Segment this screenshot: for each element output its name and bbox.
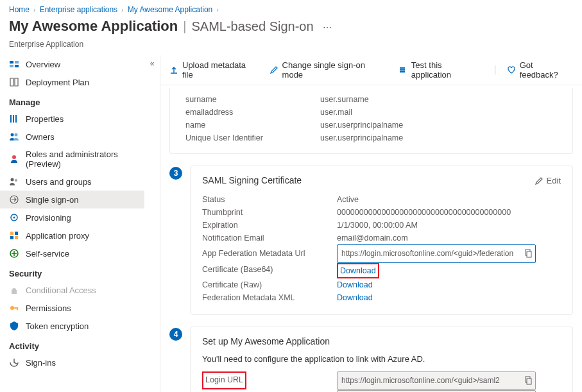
sidebar-item-properties[interactable]: Properties: [0, 110, 144, 128]
test-application-button[interactable]: Test this application: [398, 60, 483, 80]
claims-card-partial: surnameuser.surname emailaddressuser.mai…: [169, 88, 573, 154]
feedback-button[interactable]: Got feedback?: [507, 60, 573, 80]
field-value: https://login.microsoftonline.com/<guid>…: [341, 376, 500, 385]
claim-value: user.surname: [320, 93, 557, 106]
upload-icon: [169, 65, 178, 74]
field-label: Certificate (Base64): [202, 263, 337, 278]
test-icon: [398, 65, 407, 74]
login-url-field[interactable]: https://login.microsoftonline.com/<guid>…: [337, 371, 536, 390]
copy-icon[interactable]: [524, 249, 533, 258]
sidebar-item-token-encryption[interactable]: Token encryption: [0, 317, 144, 335]
page-category: Enterprise Application: [0, 40, 582, 55]
download-federation-xml-link[interactable]: Download: [337, 293, 373, 302]
download-cert-raw-link[interactable]: Download: [337, 280, 373, 289]
saml-signing-certificate-card: SAML Signing Certificate Edit StatusActi…: [190, 166, 573, 315]
more-icon[interactable]: ⋯: [319, 22, 332, 33]
svg-rect-1: [15, 61, 19, 64]
claim-value: user.userprincipalname: [320, 132, 557, 144]
sidebar-item-single-sign-on[interactable]: Single sign-on: [0, 191, 144, 209]
edit-button[interactable]: Edit: [535, 176, 561, 185]
card-help-text: You'll need to configure the application…: [202, 354, 561, 364]
step-number-3: 3: [169, 167, 182, 180]
download-cert-base64-link[interactable]: Download: [340, 266, 376, 275]
sidebar-item-label: Overview: [26, 60, 60, 69]
field-value: https://login.microsoftonline.com/<guid>…: [341, 249, 513, 258]
sidebar-item-label: Deployment Plan: [26, 78, 89, 87]
svg-rect-0: [10, 61, 13, 64]
svg-rect-5: [13, 115, 14, 123]
roles-icon: [9, 154, 19, 164]
svg-rect-20: [12, 290, 17, 294]
sidebar-item-label: Conditional Access: [26, 285, 96, 295]
card-title: Set up My Awesome Application: [202, 336, 330, 346]
sidebar-section-activity: Activity: [0, 335, 144, 354]
sidebar-item-provisioning[interactable]: Provisioning: [0, 209, 144, 226]
svg-rect-6: [15, 115, 17, 123]
svg-rect-16: [15, 232, 18, 235]
metadata-url-field[interactable]: https://login.microsoftonline.com/<guid>…: [337, 244, 536, 263]
sidebar-item-label: Self-service: [26, 249, 69, 259]
svg-rect-24: [400, 67, 405, 69]
claim-key: name: [185, 119, 320, 132]
copy-icon[interactable]: [524, 376, 533, 385]
owners-icon: [9, 132, 19, 142]
sidebar-item-sign-ins[interactable]: Sign-ins: [0, 354, 144, 371]
claim-value: user.userprincipalname: [320, 119, 557, 132]
toolbar-label: Got feedback?: [520, 60, 573, 80]
field-label: Thumbprint: [202, 206, 337, 219]
azure-ad-identifier-field[interactable]: https://sts.windows.net/<guid>/: [337, 390, 536, 392]
sidebar-item-conditional-access[interactable]: Conditional Access: [0, 281, 144, 299]
field-label: Status: [202, 193, 337, 206]
sidebar-item-overview[interactable]: Overview: [0, 55, 144, 73]
token-encryption-icon: [9, 321, 19, 331]
sidebar-item-label: Roles and administrators (Preview): [26, 149, 138, 169]
field-value: email@domain.com: [337, 232, 561, 244]
sidebar-item-label: Users and groups: [26, 177, 92, 187]
collapse-sidebar-button[interactable]: «: [144, 55, 160, 392]
breadcrumb-app[interactable]: My Awesome Application: [128, 5, 213, 14]
change-sso-mode-button[interactable]: Change single sign-on mode: [270, 60, 387, 80]
svg-point-8: [15, 133, 18, 137]
sidebar: Overview Deployment Plan Manage Properti…: [0, 55, 144, 392]
chevron-right-icon: ›: [216, 6, 219, 13]
sidebar-item-app-proxy[interactable]: Application proxy: [0, 226, 144, 244]
overview-icon: [9, 59, 19, 69]
heart-icon: [507, 65, 516, 74]
sign-ins-icon: [9, 357, 19, 368]
svg-point-11: [15, 179, 17, 182]
sidebar-item-label: Provisioning: [26, 213, 71, 223]
field-label: Federation Metadata XML: [202, 291, 337, 304]
field-label: Expiration: [202, 219, 337, 232]
sidebar-section-manage: Manage: [0, 91, 144, 110]
svg-point-14: [13, 217, 15, 219]
svg-rect-15: [10, 232, 13, 235]
breadcrumb-enterprise-apps[interactable]: Enterprise applications: [40, 5, 117, 14]
field-label: Certificate (Raw): [202, 278, 337, 291]
sidebar-item-self-service[interactable]: Self-service: [0, 244, 144, 262]
chevron-right-icon: ›: [121, 6, 124, 13]
svg-rect-4: [10, 115, 12, 123]
svg-rect-25: [400, 69, 405, 71]
sidebar-item-roles[interactable]: Roles and administrators (Preview): [0, 146, 144, 173]
sidebar-item-deployment-plan[interactable]: Deployment Plan: [0, 73, 144, 91]
svg-rect-26: [400, 71, 405, 72]
field-value: 000000000000000000000000000000000000000: [337, 206, 561, 219]
sidebar-item-permissions[interactable]: Permissions: [0, 299, 144, 317]
sidebar-item-label: Token encryption: [26, 321, 89, 331]
pencil-icon: [535, 176, 543, 185]
setup-application-card: Set up My Awesome Application You'll nee…: [190, 327, 573, 392]
upload-metadata-button[interactable]: Upload metadata file: [169, 60, 258, 80]
field-value: 1/1/3000, 00:00:00 AM: [337, 219, 561, 232]
pencil-icon: [270, 65, 278, 74]
sidebar-item-owners[interactable]: Owners: [0, 128, 144, 146]
breadcrumb: Home › Enterprise applications › My Awes…: [0, 0, 582, 17]
breadcrumb-home[interactable]: Home: [9, 5, 30, 14]
self-service-icon: [9, 248, 19, 259]
properties-icon: [9, 114, 19, 124]
field-label: Notification Email: [202, 232, 337, 244]
sidebar-item-users-groups[interactable]: Users and groups: [0, 173, 144, 191]
card-title: SAML Signing Certificate: [202, 175, 302, 185]
field-value: Active: [337, 193, 561, 206]
sidebar-section-security: Security: [0, 262, 144, 281]
sidebar-item-label: Owners: [26, 132, 55, 142]
